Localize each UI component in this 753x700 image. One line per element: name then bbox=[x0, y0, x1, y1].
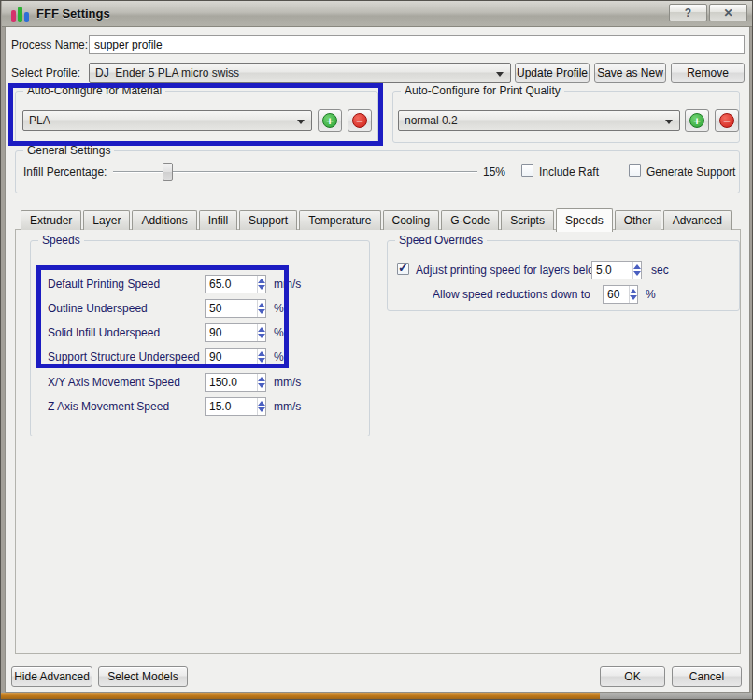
quality-select[interactable]: normal 0.2 bbox=[398, 110, 680, 131]
support-structure-underspeed-spinner[interactable] bbox=[205, 348, 266, 366]
tab-cooling[interactable]: Cooling bbox=[383, 210, 440, 230]
spinner-arrows[interactable] bbox=[257, 374, 265, 391]
spin-down-icon[interactable] bbox=[630, 295, 637, 300]
tab-infill[interactable]: Infill bbox=[199, 210, 237, 230]
solid-infill-underspeed-input[interactable] bbox=[206, 324, 257, 341]
chevron-down-icon bbox=[665, 120, 673, 124]
speed-reduction-spinner[interactable] bbox=[603, 285, 638, 304]
dialog-body: Process Name: Select Profile: DJ_Ender 5… bbox=[5, 27, 750, 693]
speed-reduction-label: Allow speed reductions down to bbox=[433, 288, 590, 301]
adjust-speed-checkbox[interactable] bbox=[397, 263, 409, 275]
close-icon: ✕ bbox=[723, 7, 732, 20]
solid-infill-underspeed-spinner[interactable] bbox=[205, 323, 266, 342]
chevron-down-icon bbox=[297, 120, 305, 124]
support-structure-underspeed-input[interactable] bbox=[206, 349, 257, 365]
tab-layer[interactable]: Layer bbox=[83, 210, 130, 230]
spin-up-icon[interactable] bbox=[633, 264, 641, 269]
fff-settings-window: FFF Settings ? ✕ Process Name: Select Pr… bbox=[0, 0, 753, 700]
tab-advanced[interactable]: Advanced bbox=[663, 210, 732, 230]
save-as-new-button[interactable]: Save as New bbox=[594, 63, 666, 83]
settings-tab-bar: Extruder Layer Additions Infill Support … bbox=[21, 210, 733, 230]
spin-down-icon[interactable] bbox=[258, 285, 265, 290]
slider-handle[interactable] bbox=[163, 163, 173, 181]
add-icon: + bbox=[689, 113, 704, 128]
unit-label: % bbox=[274, 350, 284, 364]
include-raft-checkbox[interactable] bbox=[521, 164, 533, 177]
spinner-arrows[interactable] bbox=[257, 349, 265, 365]
spin-up-icon[interactable] bbox=[630, 289, 637, 293]
material-select[interactable]: PLA bbox=[22, 110, 312, 131]
spin-down-icon[interactable] bbox=[258, 407, 265, 412]
xy-axis-movement-speed-input[interactable] bbox=[206, 374, 257, 391]
speed-row-solid-infill: Solid Infill Underspeed % bbox=[48, 323, 356, 342]
spin-down-icon[interactable] bbox=[633, 271, 641, 276]
spin-up-icon[interactable] bbox=[258, 279, 265, 283]
spin-up-icon[interactable] bbox=[258, 327, 265, 332]
adjust-speed-input[interactable] bbox=[592, 262, 632, 279]
speed-overrides-title: Speed Overrides bbox=[395, 234, 487, 247]
window-title: FFF Settings bbox=[36, 7, 110, 21]
spinner-arrows[interactable] bbox=[257, 276, 265, 293]
z-axis-movement-speed-spinner[interactable] bbox=[205, 397, 266, 416]
generate-support-checkbox[interactable] bbox=[629, 164, 641, 177]
add-icon: + bbox=[322, 113, 337, 128]
minus-icon: − bbox=[719, 113, 734, 128]
process-name-label: Process Name: bbox=[11, 38, 88, 51]
material-select-value: PLA bbox=[29, 114, 50, 127]
simplify3d-app-icon bbox=[11, 6, 29, 22]
adjust-speed-spinner[interactable] bbox=[591, 261, 642, 279]
tab-speeds[interactable]: Speeds bbox=[556, 208, 613, 232]
add-quality-button[interactable]: + bbox=[685, 109, 709, 132]
tab-additions[interactable]: Additions bbox=[132, 210, 196, 230]
close-button[interactable]: ✕ bbox=[709, 4, 747, 21]
tab-other[interactable]: Other bbox=[615, 210, 661, 230]
tab-temperature[interactable]: Temperature bbox=[299, 210, 380, 230]
default-printing-speed-input[interactable] bbox=[206, 276, 257, 293]
cancel-button[interactable]: Cancel bbox=[672, 666, 742, 687]
tab-support[interactable]: Support bbox=[239, 210, 297, 230]
spinner-arrows[interactable] bbox=[257, 324, 265, 341]
spin-down-icon[interactable] bbox=[258, 309, 265, 314]
select-models-button[interactable]: Select Models bbox=[98, 666, 188, 687]
remove-material-button[interactable]: − bbox=[348, 109, 372, 132]
tab-extruder[interactable]: Extruder bbox=[21, 210, 81, 230]
outline-underspeed-input[interactable] bbox=[206, 300, 257, 317]
hide-advanced-button[interactable]: Hide Advanced bbox=[11, 666, 92, 687]
outline-underspeed-spinner[interactable] bbox=[205, 299, 266, 318]
spinner-arrows[interactable] bbox=[257, 398, 265, 415]
infill-value: 15% bbox=[483, 165, 505, 179]
ok-button[interactable]: OK bbox=[600, 666, 665, 687]
help-button[interactable]: ? bbox=[669, 4, 707, 21]
process-name-input[interactable] bbox=[89, 35, 745, 54]
spin-down-icon[interactable] bbox=[258, 383, 265, 388]
speeds-group-title: Speeds bbox=[38, 234, 84, 247]
speed-overrides-group: Speed Overrides Adjust printing speed fo… bbox=[387, 240, 740, 311]
spin-up-icon[interactable] bbox=[258, 401, 265, 406]
spin-down-icon[interactable] bbox=[258, 358, 265, 363]
z-axis-movement-speed-label: Z Axis Movement Speed bbox=[48, 400, 169, 413]
spinner-arrows[interactable] bbox=[257, 300, 265, 317]
spinner-arrows[interactable] bbox=[632, 262, 641, 279]
spinner-arrows[interactable] bbox=[629, 286, 637, 303]
default-printing-speed-spinner[interactable] bbox=[205, 275, 266, 293]
speed-reduction-input[interactable] bbox=[604, 286, 629, 303]
spin-up-icon[interactable] bbox=[258, 377, 265, 381]
adjust-speed-unit: sec bbox=[651, 264, 669, 277]
spin-up-icon[interactable] bbox=[258, 351, 265, 356]
general-settings-title: General Settings bbox=[23, 144, 114, 157]
z-axis-movement-speed-input[interactable] bbox=[206, 398, 257, 415]
general-settings-group: General Settings Infill Percentage: 15% … bbox=[15, 150, 740, 193]
outline-underspeed-label: Outline Underspeed bbox=[48, 302, 148, 315]
spin-down-icon[interactable] bbox=[258, 334, 265, 338]
tab-scripts[interactable]: Scripts bbox=[501, 210, 554, 230]
update-profile-button[interactable]: Update Profile bbox=[515, 63, 590, 83]
unit-label: mm/s bbox=[274, 400, 301, 413]
infill-slider[interactable] bbox=[113, 163, 477, 181]
profile-select[interactable]: DJ_Ender 5 PLA micro swiss bbox=[89, 63, 511, 83]
spin-up-icon[interactable] bbox=[258, 303, 265, 307]
add-material-button[interactable]: + bbox=[318, 109, 342, 132]
xy-axis-movement-speed-spinner[interactable] bbox=[205, 373, 266, 392]
remove-button[interactable]: Remove bbox=[671, 63, 745, 83]
remove-quality-button[interactable]: − bbox=[715, 109, 739, 132]
tab-gcode[interactable]: G-Code bbox=[441, 210, 499, 230]
